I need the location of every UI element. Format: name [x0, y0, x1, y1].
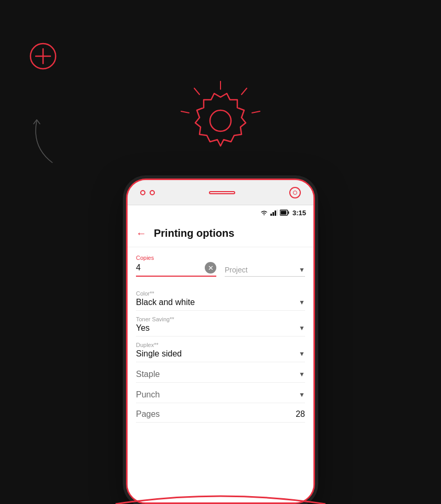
staple-chevron-icon: ▼	[299, 371, 305, 378]
punch-field-inner: Punch ▼	[136, 390, 305, 400]
svg-line-5	[252, 111, 260, 113]
duplex-label: Duplex*	[136, 342, 305, 348]
wifi-icon	[260, 209, 268, 216]
duplex-value: Single sided	[136, 349, 182, 359]
punch-field[interactable]: Punch ▼	[136, 383, 305, 403]
svg-rect-10	[272, 212, 274, 216]
back-button[interactable]: ←	[136, 227, 146, 239]
color-label: Color*	[136, 290, 305, 297]
duplex-field[interactable]: Duplex* Single sided ▼	[136, 337, 305, 362]
color-chevron-icon: ▼	[299, 299, 305, 306]
duplex-chevron-icon: ▼	[299, 350, 305, 358]
toner-chevron-icon: ▼	[299, 324, 305, 332]
staple-label: Staple	[136, 370, 160, 379]
color-field-inner: Black and white ▼	[136, 298, 305, 307]
phone-sensors	[140, 190, 155, 195]
svg-rect-14	[288, 212, 289, 214]
status-time: 3:15	[292, 209, 306, 217]
copies-project-row: Copies ✕ Project ▼	[136, 255, 305, 277]
phone-speaker	[209, 191, 235, 194]
project-placeholder: Project	[225, 266, 299, 274]
copies-label: Copies	[136, 255, 216, 261]
pages-row: Pages 28	[136, 403, 305, 423]
battery-icon	[280, 209, 289, 216]
copies-clear-button[interactable]: ✕	[205, 262, 216, 274]
punch-label: Punch	[136, 390, 160, 400]
project-chevron-icon: ▼	[299, 266, 305, 274]
svg-rect-9	[270, 214, 272, 216]
duplex-field-inner: Single sided ▼	[136, 349, 305, 359]
status-bar: 3:15	[128, 205, 313, 220]
staple-field[interactable]: Staple ▼	[136, 362, 305, 383]
staple-field-inner: Staple ▼	[136, 370, 305, 379]
clear-icon: ✕	[208, 265, 214, 271]
app-header: ← Printing options	[128, 220, 313, 247]
toner-field[interactable]: Toner Saving* Yes ▼	[136, 311, 305, 337]
decorative-arrow	[26, 116, 63, 168]
project-field: Project ▼	[225, 266, 305, 277]
form-content: Copies ✕ Project ▼ Co	[128, 247, 313, 500]
toner-field-inner: Yes ▼	[136, 323, 305, 333]
phone-sensor-dot2	[150, 190, 155, 195]
svg-point-8	[210, 110, 231, 131]
phone-camera-lens	[293, 191, 297, 195]
svg-rect-15	[280, 211, 286, 215]
phone-volume-down-button	[126, 258, 128, 276]
copies-input[interactable]	[136, 263, 205, 272]
signal-icon	[270, 209, 278, 216]
color-field[interactable]: Color* Black and white ▼	[136, 285, 305, 311]
punch-chevron-icon: ▼	[299, 391, 305, 398]
svg-rect-11	[275, 211, 276, 216]
phone-frame: 3:15 ← Printing options Copies ✕	[126, 178, 315, 504]
gear-icon	[168, 79, 273, 173]
copies-input-row: ✕	[136, 262, 216, 277]
page-title: Printing options	[154, 227, 234, 239]
status-icons	[260, 209, 289, 216]
svg-line-4	[242, 88, 247, 94]
phone-sensor-dot	[140, 190, 145, 195]
plus-circle-icon	[29, 42, 57, 70]
pages-label: Pages	[136, 410, 160, 419]
color-value: Black and white	[136, 298, 195, 307]
phone-volume-up-button	[126, 233, 128, 251]
svg-rect-12	[277, 209, 278, 216]
bottom-decoration	[116, 488, 326, 504]
copies-field: Copies ✕	[136, 255, 216, 277]
toner-value: Yes	[136, 323, 150, 333]
phone-top-hardware	[128, 180, 313, 205]
svg-line-7	[181, 111, 189, 113]
svg-line-6	[194, 88, 200, 94]
project-select-row[interactable]: Project ▼	[225, 266, 305, 277]
toner-label: Toner Saving*	[136, 316, 305, 322]
app-content: ← Printing options Copies ✕	[128, 220, 313, 502]
phone-power-button	[313, 248, 315, 275]
pages-value: 28	[296, 410, 305, 419]
phone-camera	[289, 187, 301, 198]
